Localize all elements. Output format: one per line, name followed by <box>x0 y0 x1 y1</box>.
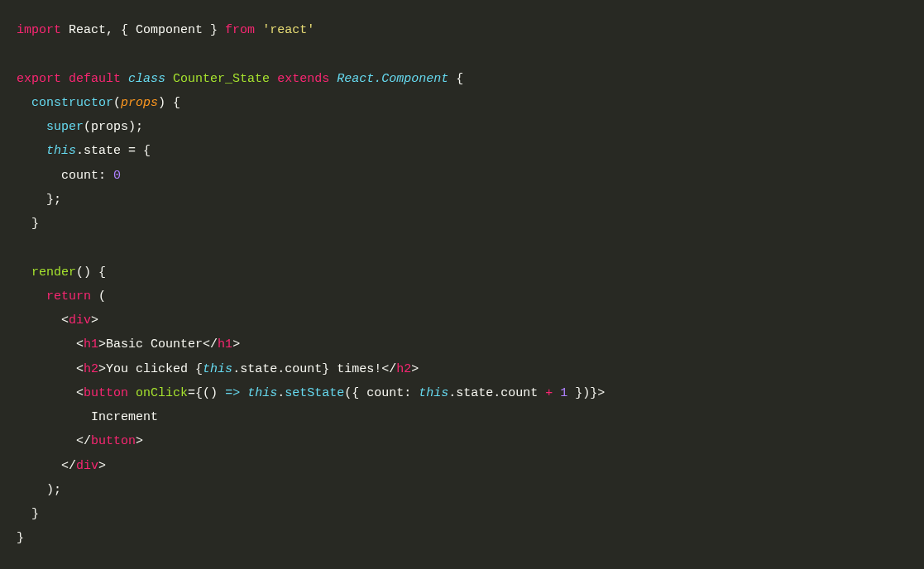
arrow-op: => <box>225 386 240 400</box>
punctuation: </ <box>76 434 91 448</box>
jsx-text: Basic Counter <box>106 337 203 351</box>
property-access: .state.count <box>232 362 322 376</box>
identifier: Component <box>136 23 203 37</box>
punctuation: , { <box>106 23 136 37</box>
identifier: props <box>91 120 128 134</box>
punctuation: < <box>76 386 84 400</box>
punctuation: ( <box>84 120 91 134</box>
identifier: React <box>69 23 106 37</box>
punctuation: </ <box>203 337 218 351</box>
punctuation: { <box>448 72 463 86</box>
keyword-constructor: constructor <box>31 96 113 110</box>
keyword-return: return <box>46 289 91 304</box>
punctuation: } <box>203 23 225 37</box>
method-name: render <box>31 265 76 280</box>
code-line: export default class Counter_State exten… <box>17 72 463 86</box>
punctuation: ) { <box>158 96 180 110</box>
jsx-text: times! <box>329 362 381 376</box>
code-line: render() { <box>17 265 106 280</box>
number-literal: 0 <box>113 169 121 183</box>
code-editor[interactable]: import React, { Component } from 'react'… <box>17 18 907 551</box>
keyword-import: import <box>17 23 61 37</box>
punctuation: { <box>195 362 203 376</box>
punctuation: > <box>98 337 106 351</box>
keyword-this: this <box>46 144 76 158</box>
punctuation: } <box>31 507 39 521</box>
punctuation: ( <box>113 96 121 110</box>
punctuation: }; <box>46 193 61 207</box>
punctuation: } <box>322 362 329 376</box>
punctuation: < <box>76 362 84 376</box>
punctuation: . <box>277 386 285 400</box>
code-line: </div> <box>17 459 106 473</box>
jsx-text: You clicked <box>106 362 195 376</box>
number-literal: 1 <box>560 386 567 400</box>
class-name: Counter_State <box>173 72 270 86</box>
code-line: } <box>17 217 39 231</box>
punctuation: () { <box>76 265 106 280</box>
keyword-this: this <box>247 386 277 400</box>
operator: + <box>545 386 553 400</box>
jsx-tag: div <box>76 459 98 473</box>
parameter: props <box>121 96 158 110</box>
punctuation: > <box>136 434 143 448</box>
jsx-attr: onClick <box>136 386 188 400</box>
code-line: return ( <box>17 289 106 304</box>
punctuation: ); <box>128 120 143 134</box>
jsx-tag: div <box>69 313 91 328</box>
punctuation: > <box>597 386 605 400</box>
keyword-this: this <box>203 362 232 376</box>
jsx-tag: h1 <box>218 337 232 351</box>
keyword-super: super <box>46 120 84 134</box>
code-line: <div> <box>17 313 98 328</box>
punctuation: ({ <box>344 386 366 400</box>
punctuation: </ <box>381 362 396 376</box>
class-ref: React.Component <box>337 72 448 86</box>
keyword-class: class <box>128 72 165 86</box>
code-line: Increment <box>17 410 158 424</box>
code-line: <h1>Basic Counter</h1> <box>17 337 240 351</box>
punctuation: . <box>76 144 84 158</box>
keyword-default: default <box>69 72 121 86</box>
jsx-tag: button <box>84 386 128 400</box>
punctuation: } <box>17 531 24 545</box>
code-line: constructor(props) { <box>17 96 180 110</box>
code-line: } <box>17 507 39 521</box>
string-literal: 'react' <box>262 23 314 37</box>
property-key: count <box>61 169 98 183</box>
punctuation: } <box>31 217 39 231</box>
punctuation: < <box>61 313 69 328</box>
punctuation: > <box>98 459 106 473</box>
code-line: </button> <box>17 434 143 448</box>
code-line: super(props); <box>17 120 143 134</box>
property-key: count <box>366 386 404 400</box>
keyword-extends: extends <box>277 72 329 86</box>
keyword-from: from <box>225 23 255 37</box>
punctuation: > <box>232 337 240 351</box>
punctuation: ); <box>46 483 61 497</box>
punctuation: : <box>404 386 419 400</box>
property-access: .state.count <box>448 386 545 400</box>
code-line: } <box>17 531 24 545</box>
punctuation: > <box>98 362 106 376</box>
jsx-tag: h2 <box>396 362 411 376</box>
punctuation: </ <box>61 459 76 473</box>
jsx-text: Increment <box>91 410 158 424</box>
code-line: <h2>You clicked {this.state.count} times… <box>17 362 419 376</box>
code-line: this.state = { <box>17 144 151 158</box>
code-line: <button onClick={() => this.setState({ c… <box>17 386 605 400</box>
punctuation: > <box>91 313 98 328</box>
punctuation: : <box>98 169 113 183</box>
punctuation: = { <box>121 144 151 158</box>
punctuation: < <box>76 337 84 351</box>
punctuation: })} <box>567 386 597 400</box>
keyword-this: this <box>419 386 448 400</box>
punctuation: { <box>195 386 203 400</box>
code-line: }; <box>17 193 61 207</box>
code-line: ); <box>17 483 61 497</box>
punctuation: = <box>188 386 195 400</box>
code-line: import React, { Component } from 'react' <box>17 23 314 37</box>
arrow-params: () <box>203 386 225 400</box>
method-call: setState <box>285 386 344 400</box>
jsx-tag: h2 <box>84 362 98 376</box>
